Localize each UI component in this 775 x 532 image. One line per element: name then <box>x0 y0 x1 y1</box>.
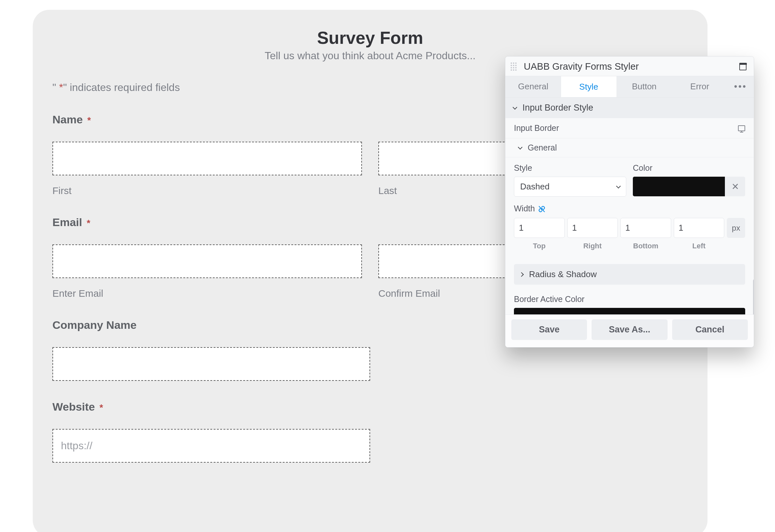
website-input[interactable] <box>52 429 370 463</box>
border-active-color-label: Border Active Color <box>514 294 745 304</box>
section-input-border-style[interactable]: Input Border Style <box>505 98 754 118</box>
border-style-value: Dashed <box>520 182 550 192</box>
required-asterisk: * <box>87 218 90 228</box>
website-label: Website* <box>52 400 688 413</box>
company-name-input[interactable] <box>52 347 370 381</box>
save-as-button[interactable]: Save As... <box>592 319 667 340</box>
form-title: Survey Form <box>52 28 688 48</box>
border-width-left[interactable] <box>674 218 725 238</box>
width-row: Width px Top Right Bottom Left <box>505 200 754 258</box>
panel-footer: Save Save As... Cancel <box>505 314 754 347</box>
scrollbar-thumb[interactable] <box>753 279 754 314</box>
tab-style[interactable]: Style <box>561 76 617 97</box>
subsection-general[interactable]: General <box>505 138 754 157</box>
border-color-swatch[interactable] <box>633 177 725 196</box>
border-active-color-swatch[interactable] <box>514 308 745 314</box>
required-asterisk: * <box>99 402 103 413</box>
cancel-button[interactable]: Cancel <box>672 319 748 340</box>
chevron-down-icon <box>518 145 522 149</box>
tab-error[interactable]: Error <box>672 76 728 97</box>
style-color-row: Style Dashed Color ✕ <box>505 157 754 200</box>
panel-title: UABB Gravity Forms Styler <box>524 61 739 72</box>
border-style-select[interactable]: Dashed <box>514 177 626 197</box>
link-values-icon[interactable] <box>538 205 545 212</box>
field-website: Website* <box>52 400 688 463</box>
enter-email-input[interactable] <box>52 244 362 278</box>
panel-header[interactable]: UABB Gravity Forms Styler <box>505 57 754 76</box>
panel-body: Input Border Style Input Border General … <box>505 98 754 314</box>
maximize-icon[interactable] <box>739 63 747 70</box>
first-name-sublabel: First <box>52 185 362 196</box>
tab-more[interactable]: ••• <box>728 76 754 97</box>
color-label: Color <box>633 163 745 173</box>
style-label: Style <box>514 163 626 173</box>
width-bottom-label: Bottom <box>621 242 671 250</box>
width-right-label: Right <box>567 242 618 250</box>
first-name-input[interactable] <box>52 142 362 175</box>
width-unit[interactable]: px <box>727 218 745 238</box>
tab-button[interactable]: Button <box>617 76 672 97</box>
border-width-right[interactable] <box>567 218 618 238</box>
drag-handle-icon[interactable] <box>511 62 518 72</box>
width-top-label: Top <box>514 242 565 250</box>
chevron-down-icon <box>513 105 517 109</box>
chevron-right-icon <box>519 272 524 276</box>
width-left-label: Left <box>674 242 725 250</box>
asterisk-icon: * <box>59 81 63 93</box>
required-asterisk: * <box>87 115 91 125</box>
border-width-top[interactable] <box>514 218 565 238</box>
enter-email-sublabel: Enter Email <box>52 288 362 299</box>
styler-panel: UABB Gravity Forms Styler General Style … <box>505 56 754 347</box>
panel-tabs: General Style Button Error ••• <box>505 76 754 98</box>
section-radius-shadow[interactable]: Radius & Shadow <box>514 264 745 285</box>
chevron-down-icon <box>616 184 621 188</box>
border-width-bottom[interactable] <box>621 218 671 238</box>
save-button[interactable]: Save <box>511 319 587 340</box>
width-label: Width <box>514 204 535 213</box>
desktop-icon[interactable] <box>738 125 745 131</box>
row-input-border: Input Border <box>505 118 754 138</box>
tab-general[interactable]: General <box>505 76 561 97</box>
clear-color-button[interactable]: ✕ <box>725 177 745 196</box>
